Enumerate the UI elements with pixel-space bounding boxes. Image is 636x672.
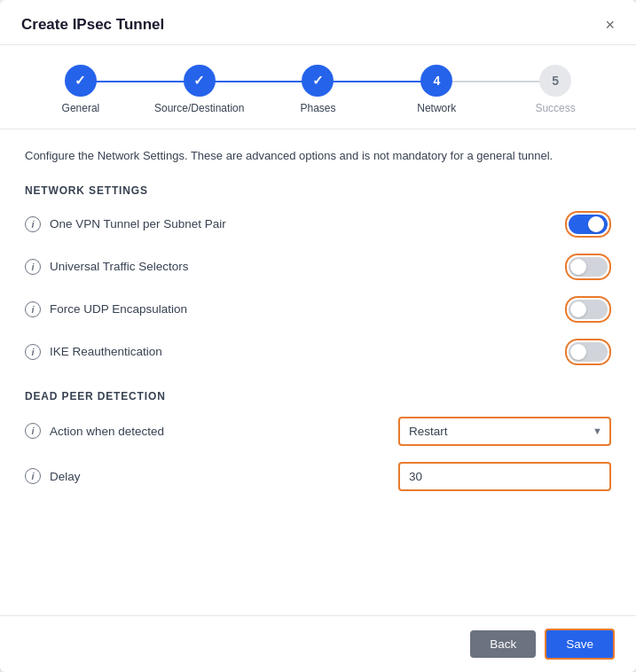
toggle-thumb-ike-reauth bbox=[570, 344, 586, 360]
step-phases: ✓ Phases bbox=[259, 65, 378, 114]
info-icon-delay[interactable]: i bbox=[25, 468, 41, 484]
delay-input-wrapper bbox=[398, 462, 611, 491]
step-general: ✓ General bbox=[21, 65, 140, 114]
toggle-thumb-vpn-tunnel bbox=[588, 216, 604, 232]
step-general-circle: ✓ bbox=[65, 65, 97, 97]
info-icon-ike-reauth[interactable]: i bbox=[25, 344, 41, 360]
toggle-wrapper-vpn-tunnel[interactable] bbox=[565, 211, 611, 238]
setting-row-force-udp: i Force UDP Encapsulation bbox=[25, 296, 611, 323]
toggle-thumb-universal-traffic bbox=[570, 259, 586, 275]
action-select-wrapper: Restart Clear Trap Start ▼ bbox=[398, 417, 611, 446]
toggle-universal-traffic[interactable] bbox=[569, 257, 608, 277]
info-icon-vpn-tunnel[interactable]: i bbox=[25, 216, 41, 232]
stepper: ✓ General ✓ Source/Destination ✓ Phases … bbox=[0, 45, 636, 129]
toggle-wrapper-force-udp[interactable] bbox=[565, 296, 611, 323]
step-success-circle: 5 bbox=[539, 65, 571, 97]
network-settings-title: NETWORK SETTINGS bbox=[25, 184, 611, 197]
step-phases-circle: ✓ bbox=[302, 65, 334, 97]
info-icon-force-udp[interactable]: i bbox=[25, 301, 41, 317]
dead-peer-detection-group: DEAD PEER DETECTION i Action when detect… bbox=[25, 390, 611, 491]
toggle-wrapper-universal-traffic[interactable] bbox=[565, 254, 611, 280]
info-icon-action[interactable]: i bbox=[25, 423, 41, 439]
setting-row-universal-traffic: i Universal Traffic Selectors bbox=[25, 254, 611, 280]
modal-content: Configure the Network Settings. These ar… bbox=[0, 129, 636, 615]
step-network-circle: 4 bbox=[420, 65, 452, 97]
step-success-label: Success bbox=[535, 102, 575, 114]
setting-row-vpn-tunnel: i One VPN Tunnel per Subnet Pair bbox=[25, 211, 611, 238]
step-success: 5 Success bbox=[496, 65, 615, 114]
back-button[interactable]: Back bbox=[470, 630, 536, 658]
toggle-thumb-force-udp bbox=[570, 301, 586, 317]
network-settings-group: NETWORK SETTINGS i One VPN Tunnel per Su… bbox=[25, 184, 611, 365]
step-phases-label: Phases bbox=[300, 102, 335, 114]
setting-label-vpn-tunnel: One VPN Tunnel per Subnet Pair bbox=[50, 217, 556, 231]
setting-label-force-udp: Force UDP Encapsulation bbox=[50, 302, 556, 316]
toggle-vpn-tunnel[interactable] bbox=[569, 215, 608, 234]
step-network: 4 Network bbox=[377, 65, 496, 114]
toggle-force-udp[interactable] bbox=[569, 300, 608, 319]
dpd-row-delay: i Delay bbox=[25, 462, 611, 491]
create-ipsec-modal: Create IPsec Tunnel × ✓ General ✓ Source… bbox=[0, 0, 636, 672]
delay-input[interactable] bbox=[400, 464, 609, 489]
dpd-row-action: i Action when detected Restart Clear Tra… bbox=[25, 417, 611, 446]
setting-label-universal-traffic: Universal Traffic Selectors bbox=[50, 260, 556, 273]
step-general-label: General bbox=[62, 102, 100, 114]
action-select[interactable]: Restart Clear Trap Start bbox=[400, 418, 609, 444]
step-source-destination: ✓ Source/Destination bbox=[140, 65, 259, 114]
modal-header: Create IPsec Tunnel × bbox=[0, 0, 636, 45]
modal-title: Create IPsec Tunnel bbox=[21, 16, 164, 34]
save-button[interactable]: Save bbox=[545, 629, 615, 660]
description-text: Configure the Network Settings. These ar… bbox=[25, 147, 611, 165]
modal-footer: Back Save bbox=[0, 615, 636, 672]
dpd-action-label: Action when detected bbox=[50, 425, 389, 438]
step-source-circle: ✓ bbox=[184, 65, 216, 97]
dpd-delay-label: Delay bbox=[50, 470, 389, 483]
setting-row-ike-reauth: i IKE Reauthentication bbox=[25, 339, 611, 365]
step-source-label: Source/Destination bbox=[154, 102, 244, 114]
toggle-ike-reauth[interactable] bbox=[569, 342, 608, 362]
setting-label-ike-reauth: IKE Reauthentication bbox=[50, 345, 556, 358]
close-button[interactable]: × bbox=[605, 17, 615, 33]
info-icon-universal-traffic[interactable]: i bbox=[25, 259, 41, 275]
step-network-label: Network bbox=[417, 102, 456, 114]
dpd-section-title: DEAD PEER DETECTION bbox=[25, 390, 611, 402]
toggle-wrapper-ike-reauth[interactable] bbox=[565, 339, 611, 365]
